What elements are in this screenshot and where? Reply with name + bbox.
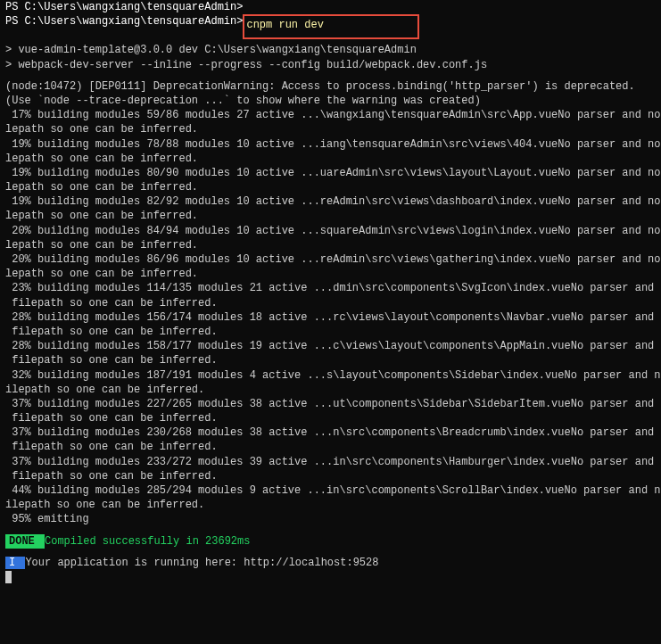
- build-progress-line: filepath so one can be inferred.: [5, 440, 656, 454]
- build-progress-line: lepath so one can be inferred.: [5, 122, 656, 136]
- prompt-path: PS C:\Users\wangxiang\tensquareAdmin>: [5, 14, 243, 39]
- build-progress-line: lepath so one can be inferred.: [5, 238, 656, 252]
- build-progress-line: 19% building modules 80/90 modules 10 ac…: [5, 166, 656, 180]
- build-progress-line: 37% building modules 233/272 modules 39 …: [5, 455, 656, 469]
- build-progress-line: 32% building modules 187/191 modules 4 a…: [5, 368, 656, 383]
- build-progress-line: 19% building modules 78/88 modules 10 ac…: [5, 137, 656, 152]
- build-progress-line: 19% building modules 82/92 modules 10 ac…: [5, 194, 656, 209]
- build-progress-line: 20% building modules 86/96 modules 10 ac…: [5, 252, 656, 267]
- prompt-line-1: PS C:\Users\wangxiang\tensquareAdmin>: [5, 0, 656, 14]
- info-badge: I: [5, 557, 25, 569]
- terminal-cursor: [5, 571, 12, 583]
- build-progress-line: 95% emitting: [5, 512, 656, 526]
- build-progress-line: 37% building modules 230/268 modules 38 …: [5, 425, 656, 440]
- build-progress-line: filepath so one can be inferred.: [5, 411, 656, 425]
- app-running-text: Your application is running here: http:/…: [25, 557, 378, 569]
- build-progress-line: lepath so one can be inferred.: [5, 180, 656, 194]
- compiled-text: Compiled successfully in 23692ms: [45, 535, 250, 548]
- deprecation-warning-1: (node:10472) [DEP0111] DeprecationWarnin…: [5, 79, 656, 94]
- build-progress-line: filepath so one can be inferred.: [5, 353, 656, 367]
- build-progress-line: ilepath so one can be inferred.: [5, 383, 656, 397]
- info-line: I Your application is running here: http…: [5, 556, 656, 570]
- build-progress-line: 23% building modules 114/135 modules 21 …: [5, 281, 656, 295]
- prompt-line-2: PS C:\Users\wangxiang\tensquareAdmin> cn…: [5, 14, 656, 39]
- build-progress-line: filepath so one can be inferred.: [5, 469, 656, 483]
- build-progress-line: ilepath so one can be inferred.: [5, 498, 656, 512]
- build-progress-line: lepath so one can be inferred.: [5, 267, 656, 281]
- build-progress-line: 17% building modules 59/86 modules 27 ac…: [5, 108, 656, 122]
- done-badge: DONE: [5, 534, 45, 549]
- build-progress-line: 20% building modules 84/94 modules 10 ac…: [5, 224, 656, 238]
- build-progress-line: 28% building modules 158/177 modules 19 …: [5, 339, 656, 353]
- terminal-window[interactable]: PS C:\Users\wangxiang\tensquareAdmin> PS…: [0, 0, 661, 584]
- build-progress-line: lepath so one can be inferred.: [5, 152, 656, 166]
- script-header-2: > webpack-dev-server --inline --progress…: [5, 58, 656, 72]
- done-line: DONE Compiled successfully in 23692ms: [5, 534, 656, 549]
- build-progress-line: lepath so one can be inferred.: [5, 209, 656, 223]
- command-highlight-box: cnpm run dev: [243, 14, 418, 39]
- build-progress-line: 37% building modules 227/265 modules 38 …: [5, 397, 656, 411]
- prompt-path: PS C:\Users\wangxiang\tensquareAdmin>: [5, 0, 243, 14]
- build-progress-line: 44% building modules 285/294 modules 9 a…: [5, 483, 656, 498]
- build-progress-line: filepath so one can be inferred.: [5, 296, 656, 310]
- deprecation-warning-2: (Use `node --trace-deprecation ...` to s…: [5, 94, 656, 108]
- build-progress-line: filepath so one can be inferred.: [5, 325, 656, 339]
- script-header-1: > vue-admin-template@3.0.0 dev C:\Users\…: [5, 43, 656, 57]
- build-progress-line: 28% building modules 156/174 modules 18 …: [5, 310, 656, 325]
- command-text: cnpm run dev: [246, 19, 323, 31]
- prompt-cursor-line[interactable]: [5, 570, 656, 584]
